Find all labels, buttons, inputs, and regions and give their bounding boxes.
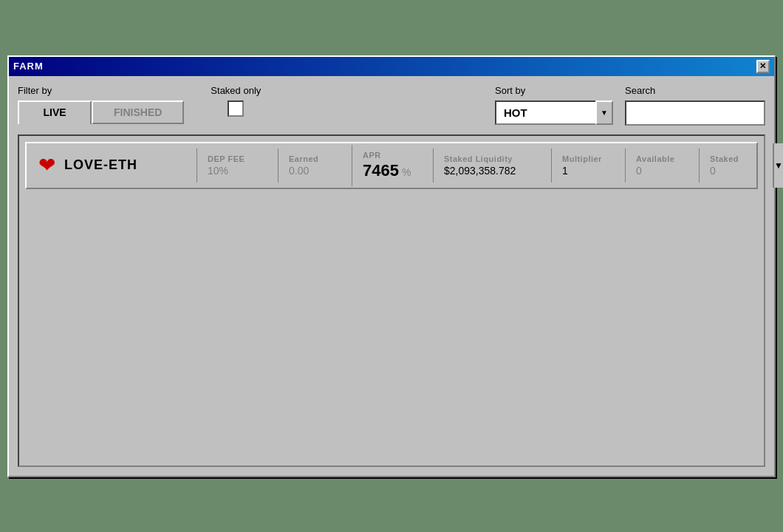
multiplier-value: 1 — [562, 165, 615, 177]
sort-select-wrapper: HOT APR EARNED LIQUIDITY LATEST ▼ — [495, 100, 613, 125]
apr-value: 7465 — [363, 161, 399, 180]
staked-only-section: Staked only — [211, 85, 261, 117]
filter-section: Filter by LIVE FINISHED — [18, 85, 184, 124]
staked-label: Staked — [710, 154, 762, 163]
search-label: Search — [625, 85, 765, 96]
dep-fee-value: 10% — [208, 165, 267, 177]
tab-finished[interactable]: FINISHED — [92, 100, 184, 124]
dep-fee-label: DEP FEE — [208, 154, 267, 163]
sort-label: Sort by — [495, 85, 613, 96]
sort-select[interactable]: HOT APR EARNED LIQUIDITY LATEST — [495, 100, 613, 125]
title-bar: FARM ✕ — [9, 57, 774, 76]
staked-only-label: Staked only — [211, 85, 261, 96]
dep-fee-cell: DEP FEE 10% — [196, 149, 278, 183]
table-row: ❤ LOVE-ETH DEP FEE 10% Earned 0.00 APR 7… — [25, 142, 758, 189]
search-input[interactable] — [625, 100, 765, 126]
earned-value: 0.00 — [289, 165, 341, 177]
staked-liq-label: Staked Liquidity — [444, 154, 541, 163]
available-value: 0 — [636, 165, 688, 177]
farm-name: LOVE-ETH — [64, 157, 137, 173]
staked-only-checkbox[interactable] — [228, 100, 244, 117]
staked-liq-cell: Staked Liquidity $2,093,358.782 — [433, 149, 551, 183]
available-label: Available — [636, 154, 688, 163]
apr-label: APR — [363, 151, 423, 160]
sort-section: Sort by HOT APR EARNED LIQUIDITY LATEST … — [495, 85, 613, 125]
multiplier-cell: Multiplier 1 — [551, 149, 625, 183]
search-section: Search — [625, 85, 765, 126]
tab-group: LIVE FINISHED — [18, 100, 184, 124]
expand-button[interactable]: ▼ — [773, 143, 783, 188]
filter-label: Filter by — [18, 85, 184, 96]
apr-row: 7465 % — [363, 161, 423, 180]
earned-label: Earned — [289, 154, 341, 163]
heart-icon: ❤ — [38, 155, 55, 176]
farm-icon-name: ❤ LOVE-ETH — [27, 146, 196, 185]
content-area: ❤ LOVE-ETH DEP FEE 10% Earned 0.00 APR 7… — [18, 134, 765, 467]
available-cell: Available 0 — [625, 149, 699, 183]
staked-cell: Staked 0 — [699, 149, 773, 183]
earned-cell: Earned 0.00 — [278, 149, 352, 183]
multiplier-label: Multiplier — [562, 154, 615, 163]
apr-cell: APR 7465 % — [352, 145, 433, 186]
staked-value: 0 — [710, 165, 762, 177]
tab-live[interactable]: LIVE — [18, 100, 92, 124]
window-title: FARM — [13, 61, 44, 72]
close-button[interactable]: ✕ — [756, 60, 770, 73]
farm-window: FARM ✕ Filter by LIVE FINISHED Staked on… — [7, 55, 776, 477]
staked-liq-value: $2,093,358.782 — [444, 165, 541, 177]
window-body: Filter by LIVE FINISHED Staked only Sort… — [9, 76, 774, 476]
toolbar: Filter by LIVE FINISHED Staked only Sort… — [18, 85, 765, 126]
apr-symbol: % — [402, 166, 411, 178]
